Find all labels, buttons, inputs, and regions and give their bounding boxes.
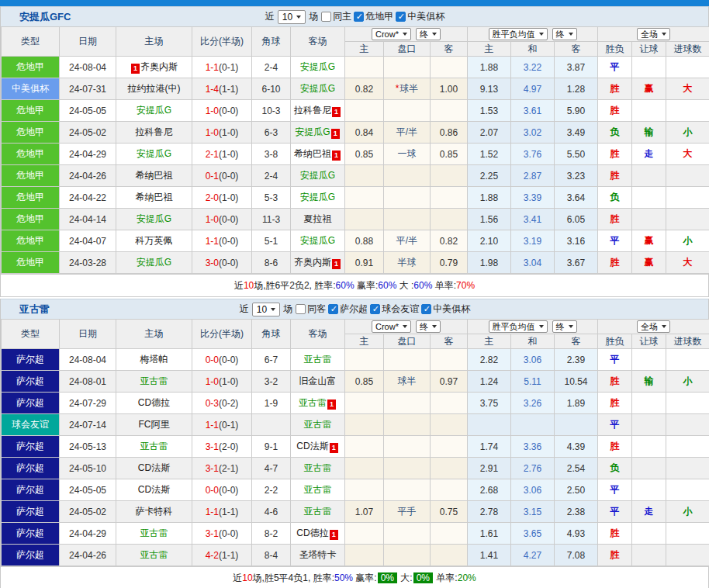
mean-away: 3.16: [555, 230, 598, 252]
result-wdl: 胜: [598, 144, 632, 165]
red-odds-badge-icon[interactable]: 1: [327, 399, 336, 410]
bookmaker-select[interactable]: Crow*: [372, 28, 411, 40]
fulltime-score: 1-0: [206, 376, 219, 387]
halftime-score: (0-0): [219, 258, 238, 268]
near-label: 近: [239, 303, 250, 316]
mean-group-header: 胜平负均值终: [468, 27, 598, 42]
odds-away: [431, 349, 468, 371]
odds-away: 0.75: [431, 501, 468, 523]
mean-type-select[interactable]: 胜平负均值: [489, 28, 548, 40]
scope-select[interactable]: 全场: [637, 28, 670, 40]
away-team: 亚古雷: [291, 458, 345, 479]
same-venue-checkbox[interactable]: [321, 12, 331, 22]
subcol-mean-draw: 和: [511, 334, 555, 349]
red-odds-badge-icon[interactable]: 1: [332, 107, 341, 117]
odds-home: [345, 57, 384, 78]
result-handicap: 走: [632, 144, 666, 165]
fulltime-score: 4-2: [206, 550, 219, 561]
mean-away: [555, 414, 598, 436]
red-odds-badge-icon[interactable]: 1: [331, 129, 340, 139]
result-goals: [666, 209, 709, 230]
league-filter-checkbox[interactable]: [396, 12, 406, 22]
subcol-result-goals: 进球数: [666, 334, 709, 349]
match-date: 24-08-04: [60, 57, 116, 78]
mean-draw: 3.41: [511, 209, 555, 230]
handicap: [384, 187, 431, 209]
odds-time-select[interactable]: 终: [416, 320, 441, 333]
match-date: 24-07-29: [60, 393, 116, 414]
red-odds-badge-icon[interactable]: 1: [131, 64, 140, 74]
red-odds-badge-icon[interactable]: 1: [332, 259, 341, 269]
mean-group-header: 胜平负均值终: [468, 320, 598, 334]
fulltime-score: 1-1: [206, 420, 219, 431]
odds-time-select[interactable]: 终: [416, 28, 441, 40]
corner-count: 4-7: [252, 458, 291, 479]
result-wdl: 胜: [598, 523, 632, 545]
match-row: 危地甲24-04-22希纳巴祖2-0(1-0)5-3安提瓜G1.883.393.…: [2, 187, 709, 209]
fulltime-score: 1-0: [206, 105, 219, 116]
mean-time-select[interactable]: 终: [552, 28, 577, 40]
mean-home: 2.91: [468, 458, 511, 479]
summary-segment: 60%: [378, 280, 396, 291]
league-filter-checkbox[interactable]: [328, 304, 338, 314]
match-date: 24-05-05: [60, 100, 116, 122]
result-handicap: 走: [632, 501, 666, 523]
match-date: 24-04-29: [60, 523, 116, 545]
mean-home: 1.24: [468, 371, 511, 393]
team-name: 安提瓜G: [137, 213, 171, 224]
chevron-down-icon: [403, 33, 407, 36]
team-name: 安提瓜G: [300, 61, 335, 72]
home-team: CD德拉: [116, 393, 192, 414]
team-name: 亚古雷: [304, 354, 332, 365]
home-team: 安提瓜G: [116, 100, 192, 122]
match-count-select[interactable]: 10: [252, 303, 280, 316]
league-filter-checkbox[interactable]: [421, 304, 431, 314]
league-filter-label: 中美俱杯: [407, 10, 444, 23]
halftime-score: (0-0): [219, 355, 238, 365]
match-date: 24-04-26: [60, 165, 116, 187]
score: 1-4(1-1): [192, 78, 252, 100]
match-date: 24-05-02: [60, 122, 116, 144]
handicap-text: 平/半: [396, 126, 417, 137]
chevron-down-icon: [662, 33, 666, 36]
col-header-away: 客场: [291, 27, 345, 57]
mean-away: 2.54: [555, 458, 598, 479]
team-name: 安提瓜G: [300, 170, 335, 181]
odds-home: 0.85: [345, 371, 384, 393]
stats-summary-2: 近10场,胜5平4负1, 胜率:50% 赢率:0% 大:0% 单率:20%: [1, 566, 708, 588]
chevron-down-icon: [539, 33, 544, 36]
match-date: 24-05-02: [60, 501, 116, 523]
red-odds-badge-icon[interactable]: 1: [330, 530, 338, 540]
red-odds-badge-icon[interactable]: 1: [330, 443, 338, 453]
same-venue-checkbox[interactable]: [296, 304, 306, 314]
mean-type-select[interactable]: 胜平负均值: [489, 320, 548, 333]
scope-select[interactable]: 全场: [637, 320, 670, 333]
league-type-badge: 萨尔超: [2, 501, 60, 523]
result-wdl: 胜: [598, 165, 632, 187]
league-filter-checkbox[interactable]: [354, 12, 364, 22]
match-row: 危地甲24-03-28安提瓜G3-0(0-0)8-6齐奥内斯10.91半球0.7…: [2, 252, 709, 274]
home-team: 亚古雷: [116, 545, 192, 566]
bookmaker-select[interactable]: Crow*: [372, 320, 411, 333]
mean-away: 1.28: [555, 78, 598, 100]
away-team: CD德拉1: [291, 523, 345, 545]
mean-time-select[interactable]: 终: [552, 320, 577, 333]
mean-away: 7.08: [555, 545, 598, 566]
odds-away: [431, 414, 468, 436]
fulltime-score: 0-3: [206, 398, 219, 409]
handicap-text: 半球: [398, 257, 417, 268]
match-date: 24-05-13: [60, 436, 116, 458]
section-1-titlebar: 安提瓜GFC 近 10 场 同主 危地甲 中美俱杯: [1, 6, 708, 26]
corner-count: 3-8: [252, 144, 291, 165]
result-goals: 小: [666, 371, 709, 393]
mean-home: 1.56: [468, 209, 511, 230]
result-group-header: 全场: [598, 27, 709, 42]
match-count-select[interactable]: 10: [278, 10, 306, 24]
red-odds-badge-icon[interactable]: 1: [332, 150, 341, 161]
score: 2-0(1-0): [192, 187, 252, 209]
odds-group-header: Crow*终: [345, 320, 468, 334]
subcol-handicap: 盘口: [384, 334, 431, 349]
home-team: 希纳巴祖: [116, 165, 192, 187]
league-filter-checkbox[interactable]: [370, 304, 380, 314]
fulltime-score: 3-1: [206, 441, 219, 452]
